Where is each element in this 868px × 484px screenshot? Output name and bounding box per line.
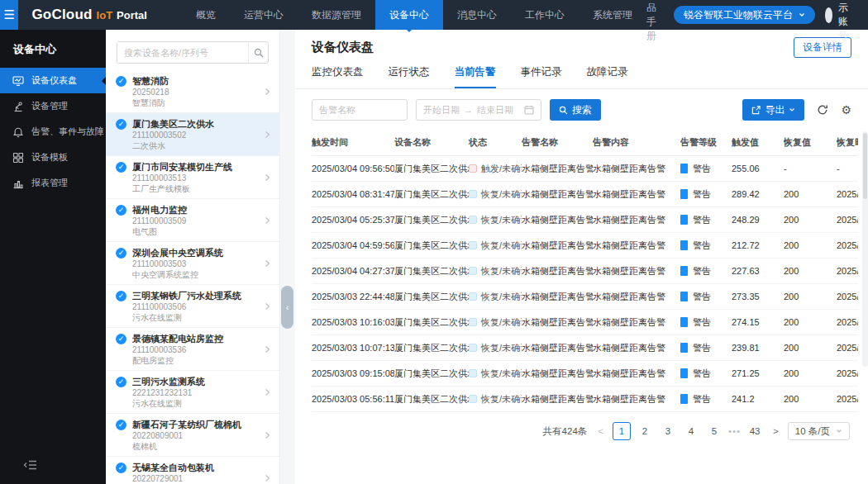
trigger-time-cell: 2025/03/04 04:27:37 (312, 259, 394, 284)
device-template: 二次供水 (132, 140, 265, 151)
page-number-5[interactable]: 5 (705, 422, 723, 440)
page-number-4[interactable]: 4 (682, 422, 700, 440)
device-list-item[interactable]: ✓深圳会展中央空调系统211100003503中央空调系统监控 (106, 242, 279, 285)
device-list-item[interactable]: ✓福州电力监控211100003509电气图 (106, 199, 279, 242)
sidebar-collapse-icon[interactable] (23, 459, 37, 474)
tab-current-alarms[interactable]: 当前告警 (455, 65, 496, 88)
page-size-select[interactable]: 10 条/页 (788, 422, 850, 440)
status-cell: 恢复/未确认 (469, 335, 522, 361)
level-wrap: 警告 (680, 240, 728, 252)
warning-level-icon (680, 266, 688, 276)
trigger-value-cell: 212.72 (732, 233, 784, 259)
device-info: 深圳会展中央空调系统211100003503中央空调系统监控 (132, 247, 265, 280)
search-button[interactable]: 搜索 (550, 99, 601, 121)
device-info: 无锡某全自动包装机20220729001全自动包装机 (132, 462, 265, 484)
level-wrap: 警告 (680, 163, 728, 175)
column-header: 设备名称 (394, 130, 469, 156)
alarm-content-cell: 水箱侧壁距离告警 (593, 284, 680, 310)
check-circle-icon: ✓ (116, 76, 126, 87)
page-number-43[interactable]: 43 (746, 422, 764, 440)
status-cell: 触发/未确认 (469, 156, 522, 182)
prev-page-button[interactable]: < (596, 426, 605, 436)
sidebar-item-device-dashboard[interactable]: 设备仪表盘 (0, 68, 106, 93)
status-cell: 恢复/未确认 (469, 207, 522, 233)
chevron-right-icon (265, 170, 274, 185)
alarm-name-input[interactable] (312, 99, 408, 121)
page-ellipsis[interactable]: ••• (728, 426, 741, 436)
trigger-time-cell: 2025/03/04 05:25:37 (312, 207, 394, 233)
column-header: 触发值 (732, 130, 784, 156)
device-list-item[interactable]: ✓智慧消防20250218智慧消防 (106, 70, 279, 113)
nav-item-datasource[interactable]: 数据源管理 (298, 0, 375, 30)
table-row: 2025/03/03 22:44:48厦门集美区二次供水恢复/未确认水箱侧壁距离… (312, 284, 858, 310)
device-list-item[interactable]: ✓景德镇某配电站房监控211100003536配电房监控 (106, 328, 279, 371)
trigger-value-cell: 271.25 (732, 361, 784, 387)
device-search-input[interactable] (117, 42, 248, 63)
nav-item-device-center[interactable]: 设备中心 (375, 0, 443, 30)
panel-collapse-handle[interactable]: ‹ (281, 286, 293, 329)
product-manual-link[interactable]: 产品手册 (646, 0, 664, 43)
recovery-status-checkbox (469, 369, 477, 377)
nav-item-overview[interactable]: 概览 (182, 0, 230, 30)
status-cell: 恢复/未确认 (469, 284, 522, 310)
account-menu[interactable]: 演示账号 (825, 0, 856, 43)
chevron-right-icon (265, 299, 274, 314)
page-size-label: 10 条/页 (795, 425, 830, 438)
tab-event-records[interactable]: 事件记录 (521, 65, 562, 88)
status-cell: 恢复/未确认 (469, 310, 522, 335)
search-icon[interactable] (248, 42, 268, 63)
settings-gear-icon[interactable]: ⚙ (841, 103, 851, 116)
table-scrollbar-thumb[interactable] (863, 133, 867, 199)
device-list-item[interactable]: ✓三明某钢铁厂污水处理系统211100003506污水在线监测 (106, 285, 279, 328)
device-list-item[interactable]: ✓新疆石河子某纺织厂梳棉机20220809001梳棉机 (106, 414, 279, 457)
trigger-time-cell: 2025/03/03 10:07:13 (312, 335, 394, 361)
app-body: 设备中心 设备仪表盘设备管理告警、事件与故障设备模板报表管理 ✓智慧消防2025… (0, 30, 868, 484)
page-number-2[interactable]: 2 (636, 422, 654, 440)
main-content: 设备仪表盘 设备详情 监控仪表盘运行状态当前告警事件记录故障记录 开始日期 → … (295, 30, 868, 484)
column-header: 告警内容 (593, 130, 680, 156)
tab-monitor-dashboard[interactable]: 监控仪表盘 (312, 65, 364, 88)
sidebar-item-alarm-event-fault[interactable]: 告警、事件与故障 (0, 119, 106, 145)
date-range-picker[interactable]: 开始日期 → 结束日期 (416, 99, 541, 121)
sidebar-item-report-management[interactable]: 报表管理 (0, 170, 106, 196)
trigger-time-cell: 2025/03/03 10:16:03 (312, 310, 394, 335)
device-list-item[interactable]: ✓三明污水监测系统2221231232131污水在线监测 (106, 371, 279, 414)
chevron-right-icon (265, 256, 274, 271)
trigger-value-cell: 241.2 (732, 387, 784, 412)
device-list-item[interactable]: ✓厦门集美区二次供水211100003502二次供水 (106, 113, 279, 156)
alarm-name-cell: 水箱侧壁距离告警 (522, 259, 593, 284)
alarm-level-cell: 警告 (680, 335, 732, 361)
device-serial: 20220809001 (132, 430, 265, 441)
nav-item-workspace[interactable]: 工作中心 (511, 0, 579, 30)
range-arrow-icon: → (464, 105, 473, 115)
device-info: 三明某钢铁厂污水处理系统211100003506污水在线监测 (132, 290, 265, 323)
next-page-button[interactable]: > (771, 426, 780, 436)
nav-item-system[interactable]: 系统管理 (579, 0, 646, 30)
device-name: 智慧消防 (132, 75, 265, 87)
nav-item-messages[interactable]: 消息中心 (443, 0, 511, 30)
device-template: 智慧消防 (132, 97, 265, 108)
device-list-item[interactable]: ✓无锡某全自动包装机20220729001全自动包装机 (106, 457, 279, 484)
sidebar-item-device-template[interactable]: 设备模板 (0, 145, 106, 170)
recovery-value-cell: 200 (784, 233, 837, 259)
device-template: 电气图 (132, 226, 265, 237)
tab-fault-records[interactable]: 故障记录 (587, 65, 628, 88)
refresh-icon[interactable] (817, 104, 828, 116)
warning-level-icon (680, 317, 688, 327)
recovery-status-checkbox (469, 395, 477, 403)
page-number-3[interactable]: 3 (659, 422, 677, 440)
alarm-name-cell: 水箱侧壁距离告警 (522, 182, 593, 207)
page-number-1[interactable]: 1 (613, 422, 631, 440)
export-button[interactable]: 导出 (742, 99, 804, 121)
device-list-item[interactable]: ✓厦门市同安某模切生产线211100003513工厂生产线模板 (106, 156, 279, 199)
platform-selector[interactable]: 锐谷智联工业物联云平台 (674, 6, 815, 24)
status-wrap: 恢复/未确认 (469, 291, 518, 303)
sidebar-item-label: 设备管理 (31, 100, 68, 112)
trigger-value-cell: 239.81 (732, 335, 784, 361)
nav-item-operations[interactable]: 运营中心 (230, 0, 298, 30)
sidebar-item-device-management[interactable]: 设备管理 (0, 93, 106, 119)
status-label: 恢复/未确认 (481, 265, 522, 278)
hamburger-menu-icon[interactable]: ☰ (0, 0, 18, 30)
tab-running-status[interactable]: 运行状态 (389, 65, 430, 88)
alarm-level-cell: 警告 (680, 361, 732, 387)
